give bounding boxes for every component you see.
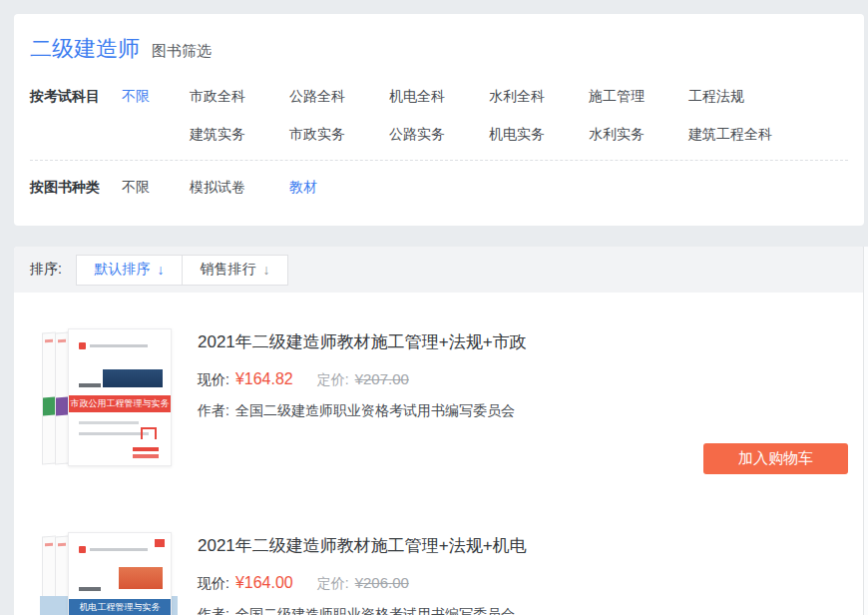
filter-panel: 二级建造师 图书筛选 按考试科目 不限 市政全科 公路全科 机电全科 水利全科 … (14, 14, 864, 226)
book-spine (55, 332, 69, 465)
sort-bar: 排序: 默认排序 ↓ 销售排行 ↓ (14, 247, 864, 293)
list-price: ¥206.00 (355, 574, 409, 591)
cover-title-band: 市政公用工程管理与实务 (69, 395, 171, 412)
cover-title-band: 机电工程管理与实务 (69, 599, 171, 615)
cover-photo (119, 567, 163, 589)
filter-booktype-moni-shijuan[interactable]: 模拟试卷 (190, 179, 245, 197)
filter-subject-shizheng-quanke[interactable]: 市政全科 (190, 88, 245, 106)
sort-default-label: 默认排序 (94, 261, 150, 279)
page-subtitle: 图书筛选 (152, 42, 212, 61)
author-row: 作者:全国二级建造师职业资格考试用书编写委员会 (198, 402, 848, 420)
filter-subject-shizheng-shiwu[interactable]: 市政实务 (289, 126, 345, 144)
list-price: ¥207.00 (355, 370, 409, 387)
filter-group-subject: 按考试科目 不限 市政全科 公路全科 机电全科 水利全科 施工管理 工程法规 建… (30, 78, 848, 154)
filter-group-booktype: 按图书种类 不限 模拟试卷 教材 (30, 169, 848, 207)
current-price-label: 现价: (198, 371, 229, 389)
page-title: 二级建造师 (30, 34, 140, 64)
author-value: 全国二级建造师职业资格考试用书编写委员会 (235, 606, 515, 615)
price-row: 现价: ¥164.82 定价: ¥207.00 (198, 370, 848, 389)
filter-group-booktype-label: 按图书种类 (30, 179, 100, 197)
book-front-cover: 机电工程管理与实务 (68, 532, 172, 615)
filter-subject-shuili-quanke[interactable]: 水利全科 (489, 88, 545, 106)
current-price-label: 现价: (198, 575, 229, 593)
author-value: 全国二级建造师职业资格考试用书编写委员会 (235, 402, 515, 418)
sort-default-button[interactable]: 默认排序 ↓ (76, 255, 183, 286)
product-list: 市政公用工程管理与实务 2021年二级建造师教材施工管理+法规+市政 现价: ¥… (14, 320, 864, 615)
product-info: 2021年二级建造师教材施工管理+法规+市政 现价: ¥164.82 定价: ¥… (198, 320, 848, 474)
publisher-logo-icon (79, 546, 86, 553)
add-to-cart-button[interactable]: 加入购物车 (703, 443, 848, 474)
product-info: 2021年二级建造师教材施工管理+法规+机电 现价: ¥164.00 定价: ¥… (198, 524, 848, 615)
list-price-label: 定价: (317, 371, 349, 389)
filter-subject-all[interactable]: 不限 (122, 88, 150, 106)
list-price-label: 定价: (317, 575, 349, 593)
filter-subject-jianzhu-gongcheng-quanke[interactable]: 建筑工程全科 (688, 126, 772, 144)
book-front-cover: 市政公用工程管理与实务 (68, 328, 172, 466)
current-price: ¥164.00 (235, 574, 293, 592)
product-row: 市政公用工程管理与实务 2021年二级建造师教材施工管理+法规+市政 现价: ¥… (30, 320, 848, 474)
sort-label: 排序: (30, 261, 62, 279)
product-row: 机电工程管理与实务 2021年二级建造师教材施工管理+法规+机电 现价: ¥16… (30, 524, 848, 615)
scrollbar-track[interactable] (863, 247, 868, 615)
product-list-panel: 排序: 默认排序 ↓ 销售排行 ↓ 市政公用工程管理与实务 (14, 247, 864, 615)
author-row: 作者:全国二级建造师职业资格考试用书编写委员会 (198, 606, 848, 615)
price-row: 现价: ¥164.00 定价: ¥206.00 (198, 574, 848, 593)
filter-subject-gonglu-quanke[interactable]: 公路全科 (289, 88, 345, 106)
filter-divider (30, 160, 848, 161)
filter-subject-gongcheng-fagui[interactable]: 工程法规 (688, 88, 744, 106)
product-title[interactable]: 2021年二级建造师教材施工管理+法规+市政 (198, 330, 848, 353)
author-label: 作者: (198, 606, 229, 615)
book-spine (42, 332, 56, 465)
sort-sales-button[interactable]: 销售排行 ↓ (182, 255, 288, 286)
product-cover-image[interactable]: 机电工程管理与实务 (30, 524, 180, 615)
filter-booktype-all[interactable]: 不限 (122, 179, 150, 197)
filter-subject-jidian-quanke[interactable]: 机电全科 (389, 88, 445, 106)
filter-subject-shigong-guanli[interactable]: 施工管理 (589, 88, 645, 106)
author-label: 作者: (198, 402, 229, 418)
filter-subject-gonglu-shiwu[interactable]: 公路实务 (389, 126, 445, 144)
sort-down-arrow-icon: ↓ (157, 262, 164, 278)
cover-photo (103, 369, 163, 387)
page-header: 二级建造师 图书筛选 (30, 14, 848, 64)
publisher-logo-icon (79, 342, 86, 349)
sort-sales-label: 销售排行 (200, 261, 255, 279)
product-title[interactable]: 2021年二级建造师教材施工管理+法规+机电 (198, 534, 848, 557)
bridge-icon (141, 427, 157, 439)
sort-down-arrow-icon: ↓ (262, 262, 269, 278)
product-cover-image[interactable]: 市政公用工程管理与实务 (30, 320, 180, 470)
current-price: ¥164.82 (235, 370, 293, 388)
filter-subject-shuili-shiwu[interactable]: 水利实务 (589, 126, 645, 144)
filter-booktype-jiaocai[interactable]: 教材 (289, 179, 317, 197)
filter-subject-jianzhu-shiwu[interactable]: 建筑实务 (190, 126, 245, 144)
filter-group-subject-label: 按考试科目 (30, 88, 100, 106)
filter-subject-jidian-shiwu[interactable]: 机电实务 (489, 126, 545, 144)
